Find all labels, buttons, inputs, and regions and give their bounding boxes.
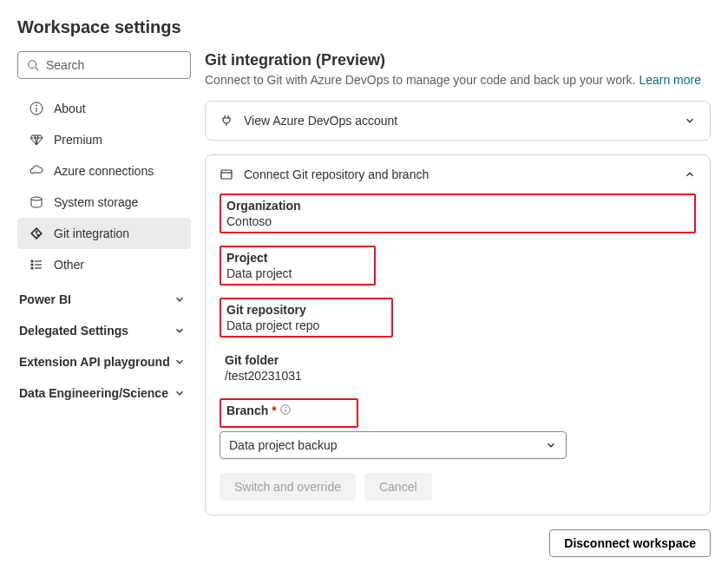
svg-rect-14	[221, 170, 232, 179]
organization-label: Organization	[226, 199, 689, 213]
folder-value: /test20231031	[225, 369, 691, 383]
cloud-icon	[28, 164, 45, 178]
sidebar-item-label: Azure connections	[54, 164, 154, 178]
repo-icon	[220, 167, 233, 181]
svg-point-9	[31, 264, 33, 266]
sidebar-item-git-integration[interactable]: Git integration	[17, 218, 191, 249]
svg-point-18	[285, 407, 285, 408]
sidebar-section-power-bi[interactable]: Power BI	[17, 284, 191, 315]
svg-point-0	[29, 61, 36, 69]
repository-label: Git repository	[226, 303, 386, 317]
chevron-down-icon	[174, 387, 186, 399]
search-icon	[27, 59, 39, 71]
svg-line-1	[36, 68, 39, 71]
sidebar-section-data-eng[interactable]: Data Engineering/Science	[17, 377, 191, 409]
learn-more-link[interactable]: Learn more	[639, 73, 701, 87]
svg-point-8	[31, 260, 33, 262]
main-content: Git integration (Preview) Connect to Git…	[205, 51, 711, 557]
svg-point-4	[36, 105, 37, 106]
sidebar-item-label: Other	[54, 258, 84, 272]
branch-select[interactable]: Data project backup	[220, 431, 567, 459]
info-icon	[28, 102, 45, 115]
branch-select-value: Data project backup	[229, 438, 338, 452]
svg-point-5	[31, 197, 42, 200]
plug-icon	[220, 114, 233, 128]
branch-label: Branch *	[226, 404, 351, 417]
view-account-toggle[interactable]: View Azure DevOps account	[206, 102, 710, 140]
section-subtitle: Connect to Git with Azure DevOps to mana…	[205, 73, 711, 87]
sidebar-item-about[interactable]: About	[17, 93, 191, 124]
sidebar-item-other[interactable]: Other	[17, 249, 191, 280]
project-label: Project	[226, 251, 369, 265]
connect-repo-toggle[interactable]: Connect Git repository and branch	[206, 155, 710, 194]
git-icon	[28, 226, 45, 240]
sidebar-item-label: Git integration	[54, 226, 129, 240]
folder-label: Git folder	[225, 353, 691, 367]
sidebar-section-label: Delegated Settings	[19, 324, 128, 338]
view-account-label: View Azure DevOps account	[244, 114, 684, 128]
sidebar-item-premium[interactable]: Premium	[17, 124, 191, 155]
switch-override-button: Switch and override	[220, 473, 356, 501]
chevron-down-icon	[684, 115, 696, 127]
branch-field: Branch *	[220, 398, 358, 428]
connect-repo-label: Connect Git repository and branch	[244, 167, 684, 181]
chevron-down-icon	[545, 439, 557, 451]
section-title: Git integration (Preview)	[205, 51, 711, 69]
repository-value: Data project repo	[226, 318, 386, 332]
repository-field: Git repository Data project repo	[220, 298, 393, 338]
sidebar-section-label: Power BI	[19, 292, 71, 306]
connect-repo-card: Connect Git repository and branch Organi…	[205, 154, 711, 515]
cancel-button: Cancel	[364, 473, 432, 501]
view-account-card: View Azure DevOps account	[205, 101, 711, 141]
sidebar-section-label: Extension API playground	[19, 355, 170, 369]
sidebar-item-system-storage[interactable]: System storage	[17, 187, 191, 218]
sidebar-item-label: System storage	[54, 195, 138, 209]
search-placeholder: Search	[46, 58, 84, 72]
sidebar: Search About Premium Azure connections	[17, 51, 191, 557]
chevron-down-icon	[174, 293, 186, 305]
chevron-down-icon	[174, 356, 186, 368]
organization-value: Contoso	[226, 214, 689, 228]
svg-point-10	[31, 267, 33, 269]
disconnect-workspace-button[interactable]: Disconnect workspace	[549, 529, 711, 557]
sidebar-section-label: Data Engineering/Science	[19, 386, 168, 400]
sidebar-item-label: About	[54, 102, 86, 115]
page-title: Workspace settings	[17, 17, 711, 37]
sidebar-section-delegated[interactable]: Delegated Settings	[17, 315, 191, 346]
folder-field: Git folder /test20231031	[220, 350, 696, 386]
chevron-up-icon	[684, 168, 696, 180]
project-value: Data project	[226, 266, 369, 280]
diamond-icon	[28, 133, 45, 147]
organization-field: Organization Contoso	[220, 194, 696, 233]
search-input[interactable]: Search	[17, 51, 191, 79]
storage-icon	[28, 195, 45, 209]
info-icon[interactable]	[280, 404, 291, 417]
required-indicator: *	[272, 404, 276, 417]
project-field: Project Data project	[220, 246, 376, 285]
list-icon	[28, 258, 45, 272]
sidebar-item-azure-connections[interactable]: Azure connections	[17, 155, 191, 187]
sidebar-section-extension[interactable]: Extension API playground	[17, 346, 191, 377]
sidebar-item-label: Premium	[54, 133, 102, 147]
chevron-down-icon	[174, 325, 186, 337]
